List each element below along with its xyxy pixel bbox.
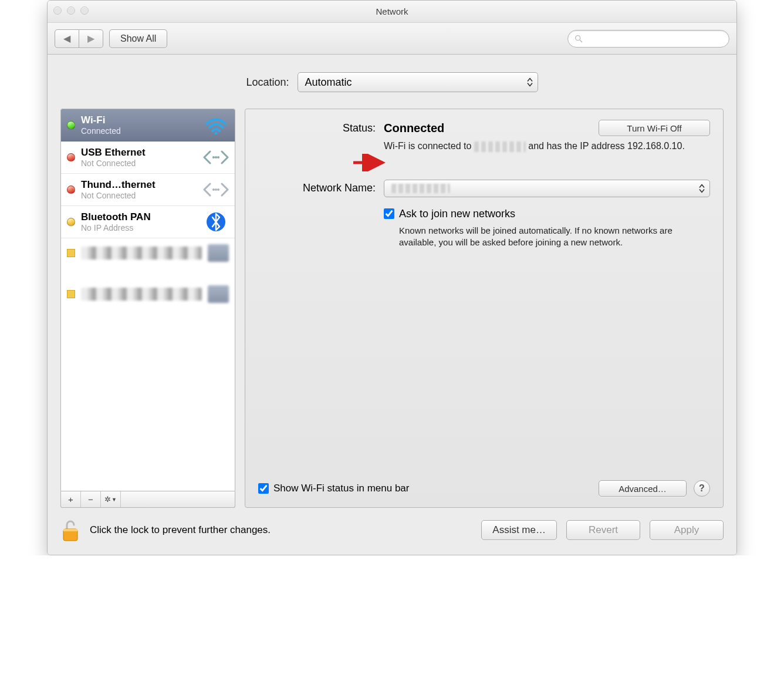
help-button[interactable]: ? xyxy=(694,480,710,497)
forward-button[interactable]: ▶ xyxy=(79,29,103,48)
nav-buttons: ◀ ▶ xyxy=(55,29,103,48)
window-title: Network xyxy=(376,6,408,16)
redacted-text xyxy=(81,288,202,301)
services-sidebar: Wi-Fi Connected USB Ethernet Not Connect… xyxy=(60,109,235,508)
chevron-right-icon: ▶ xyxy=(87,33,94,44)
status-description: Wi-Fi is connected to and has the IP add… xyxy=(384,140,710,153)
service-item-wifi[interactable]: Wi-Fi Connected xyxy=(61,109,235,141)
network-preferences-window: Network ◀ ▶ Show All Location: Automatic xyxy=(47,0,737,555)
show-status-menubar-label: Show Wi-Fi status in menu bar xyxy=(273,483,409,494)
network-name-label: Network Name: xyxy=(258,180,376,194)
services-list: Wi-Fi Connected USB Ethernet Not Connect… xyxy=(60,109,235,491)
gear-icon: ✲ xyxy=(104,495,111,504)
turn-wifi-off-button[interactable]: Turn Wi-Fi Off xyxy=(599,120,710,136)
popup-arrows-icon xyxy=(699,184,705,193)
ask-to-join-label: Ask to join new networks xyxy=(399,208,515,220)
service-item-bluetooth-pan[interactable]: Bluetooth PAN No IP Address xyxy=(61,206,235,238)
svg-point-4 xyxy=(215,156,217,159)
detail-panel: Status: Connected Turn Wi-Fi Off Wi-Fi i… xyxy=(245,109,724,508)
svg-point-2 xyxy=(215,132,218,135)
service-item-redacted[interactable] xyxy=(61,279,235,309)
show-status-menubar-checkbox[interactable] xyxy=(258,483,269,494)
search-field[interactable] xyxy=(567,30,729,48)
revert-button[interactable]: Revert xyxy=(566,520,640,540)
revert-label: Revert xyxy=(589,524,618,536)
status-dot-icon xyxy=(67,121,75,129)
apply-label: Apply xyxy=(674,524,699,536)
minus-icon: − xyxy=(88,494,93,504)
status-dot-icon xyxy=(67,249,75,257)
service-name: Wi-Fi xyxy=(81,114,197,126)
search-input[interactable] xyxy=(587,34,723,43)
service-name: Bluetooth PAN xyxy=(81,211,197,223)
show-all-label: Show All xyxy=(120,33,156,44)
status-sub-prefix: Wi-Fi is connected to xyxy=(384,141,474,151)
service-actions-menu[interactable]: ✲▼ xyxy=(101,491,121,507)
back-button[interactable]: ◀ xyxy=(55,29,79,48)
help-icon: ? xyxy=(699,483,705,494)
annotation-arrow-icon xyxy=(353,154,388,171)
svg-point-7 xyxy=(215,188,217,191)
apply-button[interactable]: Apply xyxy=(650,520,724,540)
wifi-icon xyxy=(203,114,229,136)
network-name-popup[interactable] xyxy=(384,180,710,197)
ask-to-join-checkbox[interactable] xyxy=(384,208,394,219)
svg-line-1 xyxy=(580,40,582,42)
popup-arrows-icon xyxy=(527,78,533,87)
service-item-thunderbolt-ethernet[interactable]: Thund…thernet Not Connected xyxy=(61,174,235,206)
svg-point-5 xyxy=(217,156,219,159)
toolbar: ◀ ▶ Show All xyxy=(48,23,736,55)
redacted-icon xyxy=(208,244,229,262)
service-status: No IP Address xyxy=(81,223,197,232)
close-window-button[interactable] xyxy=(53,6,62,15)
status-dot-icon xyxy=(67,290,75,298)
assist-me-label: Assist me… xyxy=(492,524,546,536)
service-item-usb-ethernet[interactable]: USB Ethernet Not Connected xyxy=(61,141,235,174)
status-dot-icon xyxy=(67,186,75,194)
show-all-button[interactable]: Show All xyxy=(109,29,167,48)
location-value: Automatic xyxy=(305,76,352,89)
svg-rect-12 xyxy=(63,529,77,531)
window-controls xyxy=(53,6,89,15)
svg-point-3 xyxy=(212,156,215,159)
advanced-button[interactable]: Advanced… xyxy=(599,480,687,497)
zoom-window-button[interactable] xyxy=(80,6,89,15)
add-service-button[interactable]: + xyxy=(61,491,81,507)
location-label: Location: xyxy=(246,76,289,89)
redacted-network-name xyxy=(391,184,450,193)
ask-to-join-hint: Known networks will be joined automatica… xyxy=(384,225,710,249)
location-popup[interactable]: Automatic xyxy=(298,72,538,92)
bluetooth-icon xyxy=(203,211,229,233)
status-label: Status: xyxy=(258,120,376,134)
remove-service-button[interactable]: − xyxy=(81,491,101,507)
lock-hint-text: Click the lock to prevent further change… xyxy=(90,524,271,536)
minimize-window-button[interactable] xyxy=(67,6,75,15)
location-row: Location: Automatic xyxy=(60,72,724,92)
service-name: USB Ethernet xyxy=(81,147,197,159)
lock-button[interactable] xyxy=(60,518,80,542)
service-status: Not Connected xyxy=(81,191,197,200)
titlebar: Network xyxy=(48,1,736,23)
svg-point-0 xyxy=(576,35,580,40)
service-item-redacted[interactable] xyxy=(61,238,235,268)
svg-point-8 xyxy=(217,188,219,191)
chevron-down-icon: ▼ xyxy=(111,497,117,503)
service-status: Connected xyxy=(81,126,197,136)
redacted-icon xyxy=(208,285,229,303)
unlocked-lock-icon xyxy=(62,520,79,542)
service-name: Thund…thernet xyxy=(81,179,197,191)
turn-wifi-off-label: Turn Wi-Fi Off xyxy=(627,123,681,133)
chevron-left-icon: ◀ xyxy=(63,33,70,44)
services-list-toolbar: + − ✲▼ xyxy=(60,491,235,508)
advanced-label: Advanced… xyxy=(619,484,667,494)
assist-me-button[interactable]: Assist me… xyxy=(481,520,557,540)
redacted-ssid xyxy=(474,141,526,152)
window-footer: Click the lock to prevent further change… xyxy=(48,508,736,555)
search-icon xyxy=(574,34,583,43)
ethernet-icon xyxy=(203,146,229,168)
plus-icon: + xyxy=(68,494,73,504)
ethernet-icon xyxy=(203,178,229,201)
status-sub-suffix: and has the IP address 192.168.0.10. xyxy=(526,141,685,151)
status-dot-icon xyxy=(67,218,75,226)
svg-point-6 xyxy=(212,188,215,191)
